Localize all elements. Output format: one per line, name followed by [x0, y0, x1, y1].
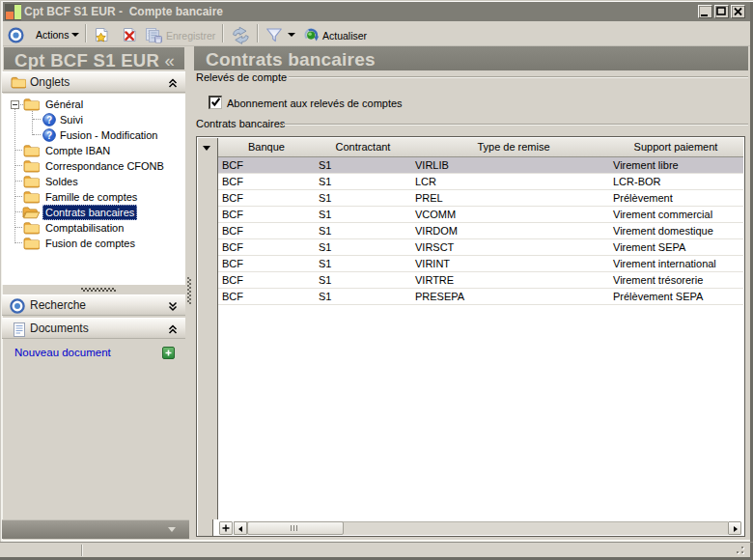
svg-text:?: ? — [46, 130, 52, 141]
svg-text:?: ? — [46, 115, 52, 126]
